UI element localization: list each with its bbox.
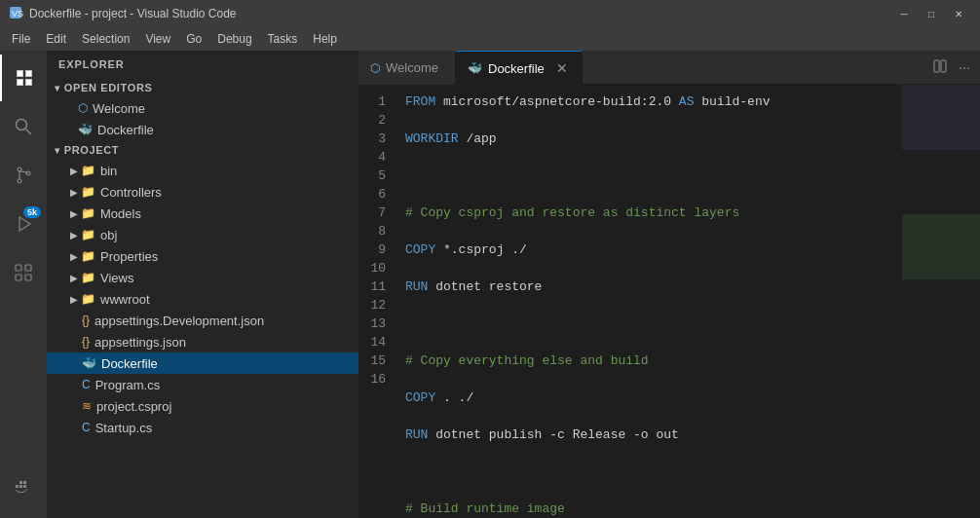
models-chevron: ▶: [70, 208, 78, 219]
wwwroot-label: wwwroot: [100, 292, 150, 307]
window-title: Dockerfile - project - Visual Studio Cod…: [29, 7, 890, 20]
menu-item-view[interactable]: View: [137, 27, 178, 51]
main-layout: 5k Explorer ▾ Open E: [0, 51, 980, 518]
bin-chevron: ▶: [70, 166, 78, 176]
startup-cs-label: Startup.cs: [95, 421, 153, 435]
tab-welcome[interactable]: ⬡ Welcome: [358, 51, 456, 85]
dockerfile-open-label: Dockerfile: [97, 123, 154, 137]
menu-item-tasks[interactable]: Tasks: [260, 27, 306, 51]
minimize-button[interactable]: ─: [890, 0, 918, 27]
folder-controllers[interactable]: ▶ 📁 Controllers: [47, 181, 358, 203]
obj-icon: 📁: [81, 228, 95, 241]
activity-search[interactable]: [0, 103, 47, 150]
activity-debug[interactable]: 5k: [0, 201, 47, 247]
open-editor-welcome[interactable]: ⬡ Welcome: [47, 97, 358, 119]
appsettings-dev-icon: {}: [82, 314, 90, 327]
svg-rect-15: [25, 275, 31, 280]
tab-bar: ⬡ Welcome 🐳 Dockerfile ✕ ···: [358, 51, 980, 85]
wwwroot-icon: 📁: [81, 292, 95, 306]
controllers-icon: 📁: [81, 185, 95, 199]
appsettings-label: appsettings.json: [94, 335, 186, 350]
svg-rect-14: [16, 275, 21, 280]
svg-rect-2: [18, 71, 22, 76]
project-csproj-label: project.csproj: [96, 399, 171, 414]
file-dockerfile[interactable]: 🐳 Dockerfile: [47, 352, 358, 374]
menu-item-help[interactable]: Help: [305, 27, 345, 51]
svg-point-9: [18, 179, 21, 183]
open-editor-dockerfile[interactable]: 🐳 Dockerfile: [47, 119, 358, 140]
folder-obj[interactable]: ▶ 📁 obj: [47, 224, 358, 245]
svg-rect-13: [25, 265, 31, 271]
close-button[interactable]: ✕: [945, 0, 972, 27]
startup-cs-icon: C: [82, 421, 91, 434]
tab-dockerfile-close[interactable]: ✕: [554, 60, 570, 76]
bin-icon: 📁: [81, 164, 95, 177]
menu-item-debug[interactable]: Debug: [209, 27, 259, 51]
svg-rect-19: [23, 481, 26, 484]
file-project-csproj[interactable]: ≋ project.csproj: [47, 395, 358, 417]
appsettings-icon: {}: [82, 335, 90, 349]
appsettings-dev-label: appsettings.Development.json: [94, 314, 264, 328]
maximize-button[interactable]: □: [918, 0, 945, 27]
editor-area: ⬡ Welcome 🐳 Dockerfile ✕ ···: [358, 51, 980, 518]
menu-item-go[interactable]: Go: [178, 27, 209, 51]
activity-docker[interactable]: [0, 463, 47, 510]
svg-line-7: [26, 130, 32, 135]
properties-icon: 📁: [81, 249, 95, 263]
title-bar: VS Dockerfile - project - Visual Studio …: [0, 0, 980, 27]
sidebar: Explorer ▾ Open Editors ⬡ Welcome 🐳 Dock…: [47, 51, 358, 518]
file-startup-cs[interactable]: C Startup.cs: [47, 417, 358, 438]
menu-item-edit[interactable]: Edit: [38, 27, 74, 51]
code-editor[interactable]: FROM microsoft/aspnetcore-build:2.0 AS b…: [397, 85, 902, 518]
svg-rect-22: [941, 60, 946, 72]
folder-models[interactable]: ▶ 📁 Models: [47, 203, 358, 224]
svg-rect-4: [18, 80, 22, 85]
activity-extensions[interactable]: [0, 249, 47, 296]
tab-dockerfile[interactable]: 🐳 Dockerfile ✕: [456, 51, 583, 85]
svg-rect-18: [19, 481, 22, 484]
project-header[interactable]: ▾ Project: [47, 140, 358, 160]
open-editors-label: Open Editors: [64, 82, 153, 93]
folder-views[interactable]: ▶ 📁 Views: [47, 267, 358, 288]
minimap-visual: [902, 85, 980, 518]
more-actions-button[interactable]: ···: [955, 57, 974, 77]
controllers-chevron: ▶: [70, 187, 78, 198]
folder-bin[interactable]: ▶ 📁 bin: [47, 160, 358, 181]
menu-item-selection[interactable]: Selection: [74, 27, 137, 51]
activity-git[interactable]: [0, 152, 47, 199]
file-appsettings-dev[interactable]: {} appsettings.Development.json: [47, 310, 358, 331]
line-numbers: 1 2 3 4 5 6 7 8 9 10 11 12 13 14 15 16: [358, 85, 397, 518]
window-controls: ─ □ ✕: [890, 0, 972, 27]
svg-rect-21: [934, 60, 939, 72]
minimap: [902, 85, 980, 518]
svg-rect-20: [23, 485, 26, 488]
folder-properties[interactable]: ▶ 📁 Properties: [47, 245, 358, 267]
svg-rect-3: [26, 71, 31, 76]
dockerfile-open-icon: 🐳: [78, 123, 93, 136]
project-label: Project: [64, 144, 120, 156]
models-label: Models: [100, 206, 141, 221]
program-cs-label: Program.cs: [95, 378, 160, 392]
tab-welcome-label: Welcome: [386, 60, 438, 75]
controllers-label: Controllers: [100, 185, 162, 200]
menu-item-file[interactable]: File: [4, 27, 38, 51]
folder-wwwroot[interactable]: ▶ 📁 wwwroot: [47, 288, 358, 310]
open-editors-header[interactable]: ▾ Open Editors: [47, 78, 358, 97]
project-chevron: ▾: [55, 145, 60, 156]
bin-label: bin: [100, 164, 117, 178]
svg-rect-5: [26, 80, 31, 85]
svg-rect-17: [19, 485, 22, 488]
dockerfile-label: Dockerfile: [101, 356, 158, 371]
split-editor-button[interactable]: [929, 57, 951, 78]
app-icon: VS: [8, 5, 23, 23]
file-program-cs[interactable]: C Program.cs: [47, 374, 358, 395]
activity-explorer[interactable]: [0, 55, 47, 101]
views-icon: 📁: [81, 271, 95, 284]
welcome-file-icon: ⬡: [78, 101, 88, 115]
file-appsettings[interactable]: {} appsettings.json: [47, 331, 358, 352]
open-editors-chevron: ▾: [55, 83, 60, 93]
views-label: Views: [100, 271, 133, 285]
svg-point-8: [18, 167, 21, 171]
program-cs-icon: C: [82, 378, 91, 391]
dockerfile-icon: 🐳: [82, 356, 96, 370]
